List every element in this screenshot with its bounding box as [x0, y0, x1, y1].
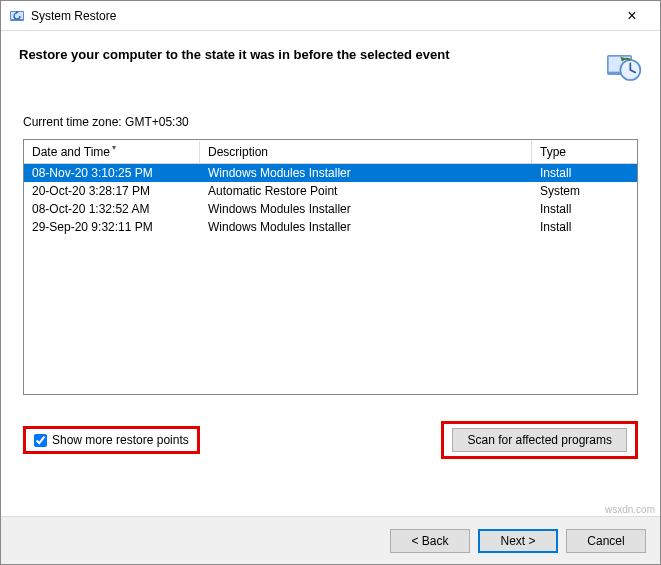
timezone-label: Current time zone:: [23, 115, 125, 129]
timezone-row: Current time zone: GMT+05:30: [23, 115, 638, 129]
options-row: Show more restore points Scan for affect…: [23, 421, 638, 459]
cell-description: Windows Modules Installer: [200, 165, 532, 181]
table-row[interactable]: 08-Oct-20 1:32:52 AMWindows Modules Inst…: [24, 200, 637, 218]
scan-highlight: Scan for affected programs: [441, 421, 638, 459]
col-type[interactable]: Type: [532, 141, 628, 163]
window-title: System Restore: [31, 9, 612, 23]
table-rows: 08-Nov-20 3:10:25 PMWindows Modules Inst…: [24, 164, 637, 236]
cell-datetime: 29-Sep-20 9:32:11 PM: [24, 219, 200, 235]
show-more-checkbox-label[interactable]: Show more restore points: [34, 433, 189, 447]
table-row[interactable]: 08-Nov-20 3:10:25 PMWindows Modules Inst…: [24, 164, 637, 182]
wizard-footer: < Back Next > Cancel: [1, 516, 660, 564]
cell-type: Install: [532, 219, 628, 235]
cell-type: Install: [532, 201, 628, 217]
show-more-checkbox[interactable]: [34, 434, 47, 447]
show-more-text: Show more restore points: [52, 433, 189, 447]
header-area: Restore your computer to the state it wa…: [1, 31, 660, 115]
timezone-value: GMT+05:30: [125, 115, 189, 129]
cell-type: Install: [532, 165, 628, 181]
col-description[interactable]: Description: [200, 141, 532, 163]
cancel-button[interactable]: Cancel: [566, 529, 646, 553]
col-datetime[interactable]: Date and Time ▾: [24, 141, 200, 163]
page-heading: Restore your computer to the state it wa…: [19, 45, 602, 62]
back-button[interactable]: < Back: [390, 529, 470, 553]
table-row[interactable]: 29-Sep-20 9:32:11 PMWindows Modules Inst…: [24, 218, 637, 236]
restore-icon: [9, 8, 25, 24]
cell-description: Windows Modules Installer: [200, 201, 532, 217]
cell-datetime: 08-Nov-20 3:10:25 PM: [24, 165, 200, 181]
show-more-highlight: Show more restore points: [23, 426, 200, 454]
titlebar: System Restore ×: [1, 1, 660, 31]
scan-affected-button[interactable]: Scan for affected programs: [452, 428, 627, 452]
cell-datetime: 20-Oct-20 3:28:17 PM: [24, 183, 200, 199]
cell-datetime: 08-Oct-20 1:32:52 AM: [24, 201, 200, 217]
watermark-text: wsxdn.com: [605, 504, 655, 515]
sort-indicator-icon: ▾: [112, 143, 116, 152]
cell-type: System: [532, 183, 628, 199]
table-row[interactable]: 20-Oct-20 3:28:17 PMAutomatic Restore Po…: [24, 182, 637, 200]
table-header: Date and Time ▾ Description Type: [24, 140, 637, 164]
cell-description: Automatic Restore Point: [200, 183, 532, 199]
body-area: Current time zone: GMT+05:30 Date and Ti…: [1, 115, 660, 516]
close-button[interactable]: ×: [612, 7, 652, 25]
cell-description: Windows Modules Installer: [200, 219, 532, 235]
system-restore-window: System Restore × Restore your computer t…: [0, 0, 661, 565]
restore-points-table[interactable]: Date and Time ▾ Description Type 08-Nov-…: [23, 139, 638, 395]
next-button[interactable]: Next >: [478, 529, 558, 553]
col-datetime-label: Date and Time: [32, 145, 110, 159]
restore-large-icon: [602, 45, 642, 85]
